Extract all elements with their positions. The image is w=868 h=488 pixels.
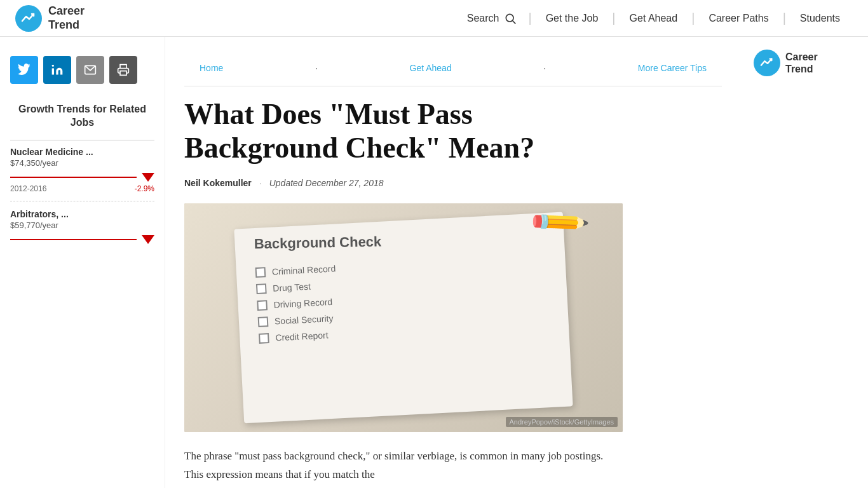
bg-check-label-3: Driving Record (273, 297, 332, 310)
article-meta-dot: · (259, 178, 262, 188)
twitter-share-button[interactable] (10, 56, 38, 84)
bg-check-paper: Background Check Criminal Record Drug Te… (234, 212, 573, 423)
logo[interactable]: Career Trend (15, 4, 85, 32)
job-trend-down-2 (142, 235, 154, 244)
svg-rect-4 (120, 71, 126, 76)
page-layout: Growth Trends for Related Jobs Nuclear M… (0, 37, 868, 488)
breadcrumb-parent[interactable]: Get Ahead (410, 63, 452, 73)
print-button[interactable] (109, 56, 137, 84)
job-year-range-1: 2012-2016 (10, 184, 46, 193)
navigation: Career Trend Search | Get the Job | Get … (0, 0, 868, 37)
nav-link-get-the-job[interactable]: Get the Job (533, 13, 611, 24)
job-chart-line-2 (10, 239, 137, 240)
bg-check-title: Background Check (254, 231, 545, 252)
article-title: What Does "Must Pass Background Check" M… (184, 98, 629, 165)
bg-check-checkbox-2 (256, 283, 267, 294)
growth-widget: Growth Trends for Related Jobs Nuclear M… (10, 103, 154, 244)
bg-check-label-5: Credit Report (275, 330, 329, 342)
breadcrumb-current[interactable]: More Career Tips (638, 63, 707, 73)
brand-logo-text-right: Career Trend (785, 51, 818, 75)
article-meta: Neil Kokemuller · Updated December 27, 2… (184, 178, 722, 188)
article-image: Background Check Criminal Record Drug Te… (184, 203, 623, 432)
nav-links: Search | Get the Job | Get Ahead | Caree… (457, 11, 853, 25)
nav-divider-2: | (611, 11, 616, 25)
job-pct-1: -2.9% (135, 184, 154, 193)
bg-check-label-4: Social Security (275, 313, 334, 327)
linkedin-share-button[interactable] (43, 56, 71, 84)
job-trend-down-1 (142, 173, 154, 182)
job-salary-2: $59,770/year (10, 220, 154, 230)
main-content: Home · Get Ahead · More Career Tips What… (165, 37, 741, 488)
social-share-bar (10, 56, 154, 84)
sidebar-left: Growth Trends for Related Jobs Nuclear M… (0, 37, 165, 488)
logo-icon (15, 5, 42, 32)
job-chart-line-1 (10, 177, 137, 178)
growth-divider (10, 140, 154, 140)
job-salary-1: $74,350/year (10, 158, 154, 168)
logo-text: Career Trend (48, 4, 85, 32)
growth-widget-title: Growth Trends for Related Jobs (10, 103, 154, 130)
nav-link-students[interactable]: Students (787, 13, 853, 24)
nav-divider-3: | (690, 11, 696, 25)
bg-check-checkbox-3 (257, 300, 268, 311)
breadcrumb-sep-1: · (315, 63, 318, 73)
job-chart-1 (10, 173, 154, 182)
search-label: Search (467, 13, 499, 24)
nav-divider-4: | (782, 11, 787, 25)
bg-check-checkbox-5 (259, 333, 269, 344)
breadcrumb-home[interactable]: Home (200, 63, 223, 73)
svg-point-2 (52, 65, 54, 67)
svg-line-1 (513, 20, 516, 24)
breadcrumb-sep-2: · (543, 63, 546, 73)
breadcrumb: Home · Get Ahead · More Career Tips (184, 50, 722, 86)
job-name-1: Nuclear Medicine ... (10, 147, 154, 157)
search-button[interactable]: Search (457, 12, 527, 25)
email-share-button[interactable] (76, 56, 104, 84)
job-name-2: Arbitrators, ... (10, 209, 154, 219)
bg-check-label-1: Criminal Record (272, 263, 336, 276)
svg-point-0 (506, 14, 514, 22)
article-body: The phrase "must pass background check,"… (184, 447, 623, 484)
article-body-paragraph: The phrase "must pass background check,"… (184, 447, 623, 484)
job-item-1: Nuclear Medicine ... $74,350/year 2012-2… (10, 147, 154, 193)
brand-logo-icon-right (754, 50, 780, 76)
brand-logo-right: Career Trend (754, 50, 855, 76)
job-item-2: Arbitrators, ... $59,770/year (10, 209, 154, 244)
nav-link-career-paths[interactable]: Career Paths (696, 13, 781, 24)
article-author: Neil Kokemuller (184, 178, 252, 188)
article-date: Updated December 27, 2018 (269, 178, 384, 188)
bg-check-checkbox-1 (255, 267, 266, 278)
search-icon (504, 12, 517, 25)
job-separator (10, 201, 154, 201)
nav-link-get-ahead[interactable]: Get Ahead (617, 13, 691, 24)
job-chart-2 (10, 235, 154, 244)
right-sidebar: Career Trend (741, 37, 868, 488)
bg-check-label-2: Drug Test (273, 281, 311, 293)
bg-check-illustration: Background Check Criminal Record Drug Te… (184, 203, 623, 432)
nav-divider-1: | (527, 11, 532, 25)
image-caption: AndreyPopov/iStock/GettyImages (506, 417, 618, 427)
job-chart-bottom-1: 2012-2016 -2.9% (10, 184, 154, 193)
bg-check-checkbox-4 (258, 316, 269, 327)
